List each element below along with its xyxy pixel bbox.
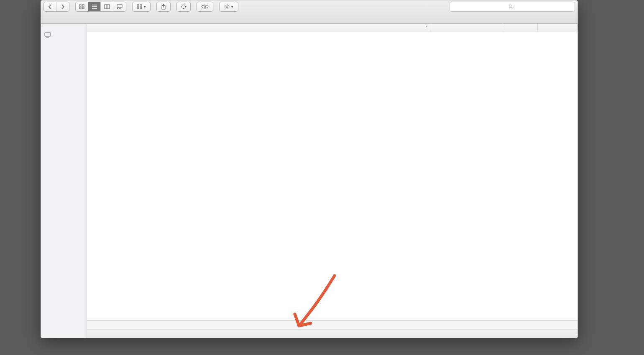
gear-icon: [224, 4, 230, 10]
sidebar-section-geraete: [41, 27, 87, 30]
chevron-right-icon: [60, 4, 65, 9]
column-size-header[interactable]: [502, 24, 538, 32]
svg-point-13: [226, 6, 228, 8]
share-icon: [161, 4, 166, 10]
column-kind-header[interactable]: [538, 24, 578, 32]
column-name-header[interactable]: ˄: [87, 24, 431, 32]
file-list[interactable]: [87, 32, 578, 320]
gallery-view-icon: [117, 4, 123, 9]
arrange-icon: [137, 4, 143, 9]
arrange-button[interactable]: ▾: [132, 2, 151, 12]
svg-point-14: [509, 5, 512, 8]
chevron-down-icon: ▾: [144, 5, 146, 9]
view-icon-button[interactable]: [76, 2, 88, 11]
overview-cluster: [197, 2, 213, 13]
list-view-icon: [92, 4, 97, 9]
svg-rect-15: [45, 33, 51, 36]
chevron-left-icon: [48, 4, 53, 9]
share-cluster: [156, 2, 171, 13]
sidebar: [41, 24, 87, 338]
back-forward-segment: [43, 2, 69, 12]
svg-rect-6: [137, 5, 139, 6]
forward-button[interactable]: [56, 2, 69, 11]
view-column-button[interactable]: [101, 2, 113, 11]
nav-cluster: [43, 2, 69, 13]
view-gallery-button[interactable]: [113, 2, 126, 11]
search-icon: [509, 4, 514, 9]
path-bar: [87, 320, 578, 330]
tags-cluster: [176, 2, 191, 13]
column-date-header[interactable]: [431, 24, 502, 32]
action-cluster: ▾: [219, 2, 238, 13]
sidebar-section-tags: [41, 43, 87, 46]
svg-rect-1: [82, 5, 84, 6]
action-button[interactable]: ▾: [219, 2, 238, 12]
share-button[interactable]: [156, 2, 171, 12]
status-bar: [87, 330, 578, 338]
svg-rect-4: [105, 5, 110, 9]
chevron-down-icon: ▾: [231, 5, 233, 9]
icon-view-icon: [79, 4, 85, 9]
view-list-button[interactable]: [88, 2, 101, 11]
sort-asc-icon: ˄: [425, 25, 427, 30]
view-segment: [75, 2, 126, 12]
sidebar-item-norad[interactable]: [41, 30, 87, 40]
svg-rect-5: [117, 5, 122, 8]
svg-rect-2: [79, 7, 81, 9]
eye-icon: [201, 5, 209, 9]
view-cluster: [75, 2, 126, 13]
column-header: ˄: [87, 24, 578, 32]
back-button[interactable]: [44, 2, 56, 11]
sidebar-section-favoriten: [41, 24, 87, 27]
main-panel: ˄: [87, 24, 578, 338]
search-input[interactable]: [450, 2, 575, 12]
toolbar: ▾ ▾: [41, 0, 578, 24]
column-view-icon: [104, 4, 110, 9]
svg-rect-8: [137, 7, 139, 9]
svg-rect-0: [79, 5, 81, 6]
svg-point-11: [182, 5, 186, 9]
svg-rect-9: [140, 7, 142, 9]
svg-rect-7: [140, 5, 142, 6]
arrange-cluster: ▾: [132, 2, 151, 13]
display-icon: [44, 32, 51, 38]
tags-button[interactable]: [176, 2, 191, 12]
search-cluster: [450, 2, 575, 13]
sidebar-section-netzwerk: [41, 40, 87, 43]
svg-point-12: [204, 6, 206, 8]
finder-window: ▾ ▾: [41, 0, 578, 338]
tag-icon: [181, 4, 186, 9]
overview-button[interactable]: [197, 2, 213, 12]
svg-rect-3: [82, 7, 84, 9]
